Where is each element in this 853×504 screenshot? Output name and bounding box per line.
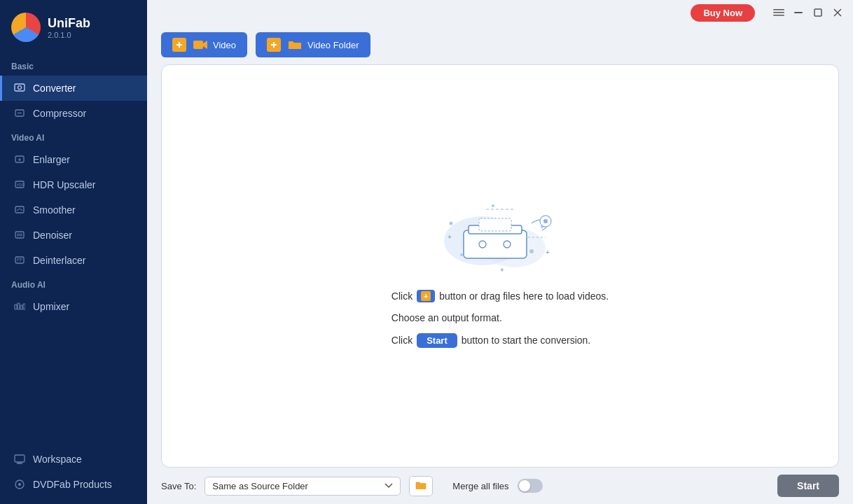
sidebar-item-dvdfab[interactable]: DVDFab Products [0,472,147,497]
minimize-button[interactable] [791,6,805,20]
svg-rect-17 [23,304,25,309]
workspace-icon [13,453,26,465]
instructions: Click + button or drag files here to loa… [391,290,609,348]
svg-point-1 [18,86,22,90]
sidebar-item-converter[interactable]: Converter [0,76,147,101]
svg-rect-11 [15,257,24,263]
svg-rect-33 [193,41,203,49]
denoiser-icon [13,229,26,241]
buy-now-button[interactable]: Buy Now [691,4,755,22]
app-name: UniFab [48,16,90,31]
sidebar-item-upmixer[interactable]: Upmixer [0,294,147,319]
menu-button[interactable] [772,6,786,20]
sidebar-item-smoother[interactable]: Smoother [0,197,147,223]
instruction3-post: button to start the conversion. [462,335,590,346]
svg-rect-47 [464,230,527,258]
drop-illustration: + + + [423,185,577,276]
svg-rect-16 [20,305,22,309]
section-audio-ai: Audio AI [0,273,147,294]
svg-rect-18 [15,455,25,462]
svg-text:+: + [500,266,504,274]
sidebar: UniFab 2.0.1.0 Basic Converter Compresso… [0,0,147,504]
folder-icon [415,480,426,490]
footer: Save To: Same as Source Folder Merge all… [147,468,853,504]
logo-icon [11,13,41,42]
svg-point-53 [543,219,548,223]
svg-rect-0 [15,84,25,91]
add-folder-icon [267,38,281,52]
chevron-down-icon [384,483,393,489]
start-badge: Start [417,333,457,348]
enlarger-label: Enlarger [33,154,70,165]
svg-point-22 [18,483,21,486]
merge-toggle[interactable] [518,479,543,493]
svg-rect-14 [15,304,17,309]
sidebar-item-enlarger[interactable]: Enlarger [0,147,147,172]
section-basic: Basic [0,55,147,76]
hdr-icon: HDR [13,178,26,191]
toolbar: Video Video Folder [147,25,853,64]
instruction1-pre: Click [391,290,412,302]
toggle-thumb [519,480,530,491]
smoother-label: Smoother [33,204,76,216]
compressor-label: Compressor [33,108,86,119]
main-content: Buy Now [147,0,853,504]
svg-point-42 [460,253,463,256]
start-button[interactable]: Start [777,475,839,497]
instruction3-pre: Click [391,335,412,346]
svg-text:+: + [448,233,452,241]
svg-rect-25 [773,15,784,16]
sidebar-item-workspace[interactable]: Workspace [0,447,147,472]
workspace-label: Workspace [33,454,82,465]
svg-rect-7 [15,206,24,213]
add-video-icon [172,38,186,52]
dvdfab-label: DVDFab Products [33,479,112,490]
drop-area[interactable]: + + + Click + button or drag files here … [161,64,839,468]
svg-rect-27 [814,9,821,16]
sidebar-bottom: Workspace DVDFab Products [0,447,147,504]
svg-rect-26 [794,12,803,13]
merge-label: Merge all files [452,481,508,491]
app-version: 2.0.1.0 [48,31,90,39]
instruction-2: Choose an output format. [391,312,609,323]
browse-folder-button[interactable] [409,476,433,496]
add-badge-icon: + [421,291,431,301]
smoother-icon [13,204,26,216]
maximize-button[interactable] [811,6,825,20]
svg-rect-24 [773,12,784,13]
sidebar-item-denoiser[interactable]: Denoiser [0,223,147,248]
instruction-1: Click + button or drag files here to loa… [391,290,609,302]
svg-point-39 [450,221,453,225]
compressor-icon [13,107,26,120]
svg-rect-23 [773,9,784,10]
sidebar-item-deinterlacer[interactable]: Deinterlacer [0,248,147,273]
instruction1-post: button or drag files here to load videos… [439,290,609,302]
titlebar: Buy Now [147,0,853,25]
svg-rect-15 [18,303,20,309]
sidebar-item-compressor[interactable]: Compressor [0,101,147,126]
close-button[interactable] [831,6,845,20]
svg-point-43 [492,204,494,207]
section-video-ai: Video AI [0,126,147,147]
add-video-button[interactable]: Video [161,32,247,57]
add-folder-button[interactable]: Video Folder [256,32,370,57]
logo-text: UniFab 2.0.1.0 [48,16,90,39]
hdr-upscaler-label: HDR Upscaler [33,179,95,190]
save-to-select[interactable]: Same as Source Folder [204,477,401,496]
svg-text:HDR: HDR [17,183,25,187]
save-to-label: Save To: [161,481,196,491]
app-logo: UniFab 2.0.1.0 [0,0,147,55]
svg-point-41 [529,249,534,253]
add-video-label: Video [213,40,236,50]
svg-point-10 [20,234,22,236]
instruction-3: Click Start button to start the conversi… [391,333,609,348]
add-badge: + [417,290,435,302]
dvdfab-icon [13,478,26,491]
instruction2-text: Choose an output format. [391,312,502,323]
converter-icon [13,82,26,94]
upmixer-label: Upmixer [33,301,69,312]
enlarger-icon [13,153,26,166]
deinterlacer-icon [13,254,26,267]
save-to-value: Same as Source Folder [212,481,308,491]
sidebar-item-hdr-upscaler[interactable]: HDR HDR Upscaler [0,172,147,197]
